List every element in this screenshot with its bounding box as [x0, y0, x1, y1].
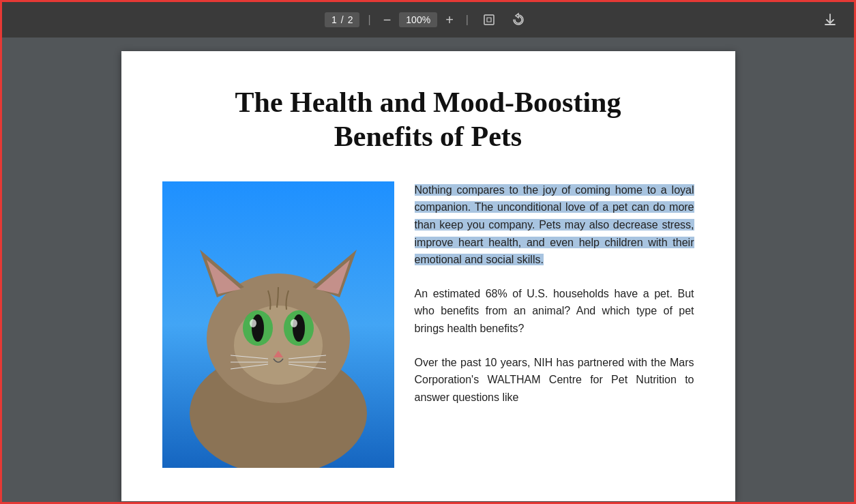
zoom-level[interactable]: 100%	[399, 12, 437, 27]
zoom-in-button[interactable]: +	[441, 11, 458, 29]
total-pages: 2	[348, 14, 353, 25]
page-separator: /	[341, 14, 344, 25]
cat-image	[162, 181, 394, 468]
cat-illustration	[162, 181, 394, 468]
text-column: Nothing compares to the joy of coming ho…	[415, 181, 694, 423]
download-button[interactable]	[817, 10, 843, 30]
fit-page-button[interactable]	[477, 10, 501, 29]
current-page: 1	[331, 14, 337, 25]
toolbar-right	[817, 10, 843, 30]
paragraph-2: An estimated 68% of U.S. households have…	[415, 285, 694, 338]
toolbar: 1 / 2 | − 100% + |	[2, 2, 854, 38]
pdf-viewport: The Health and Mood-Boosting Benefits of…	[2, 38, 854, 504]
rotate-icon	[511, 12, 526, 27]
zoom-out-button[interactable]: −	[379, 11, 396, 29]
download-icon	[823, 12, 838, 27]
toolbar-center: 1 / 2 | − 100% + |	[325, 10, 531, 30]
svg-point-12	[250, 319, 256, 327]
svg-rect-0	[484, 15, 494, 25]
divider-1: |	[368, 14, 370, 26]
fit-page-icon	[482, 13, 496, 27]
divider-2: |	[466, 14, 469, 26]
document-title: The Health and Mood-Boosting Benefits of…	[162, 85, 694, 154]
paragraph-3: Over the past 10 years, NIH has partnere…	[415, 354, 694, 406]
svg-point-11	[293, 314, 305, 342]
paragraph-1: Nothing compares to the joy of coming ho…	[415, 181, 694, 269]
page-indicator: 1 / 2	[325, 12, 359, 27]
svg-point-13	[291, 319, 297, 327]
svg-point-10	[252, 314, 264, 342]
highlighted-text: Nothing compares to the joy of coming ho…	[415, 184, 694, 265]
pdf-page: The Health and Mood-Boosting Benefits of…	[121, 51, 735, 501]
pdf-content: Nothing compares to the joy of coming ho…	[162, 181, 694, 468]
rotate-button[interactable]	[505, 10, 531, 30]
